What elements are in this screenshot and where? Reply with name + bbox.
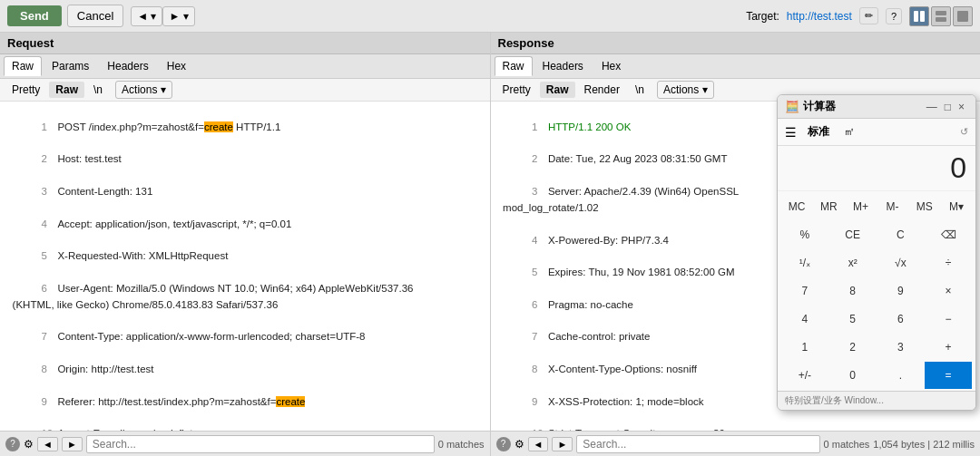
calc-dot-btn[interactable]: . (877, 362, 925, 389)
r-line-num-9: 9 (532, 394, 544, 411)
calc-square-btn[interactable]: x² (829, 249, 877, 277)
request-line-6: User-Agent: Mozilla/5.0 (Windows NT 10.0… (4, 283, 413, 310)
calc-close-btn[interactable]: × (955, 101, 968, 113)
calc-add-btn[interactable]: + (925, 334, 972, 361)
calc-plusminus-btn[interactable]: +/- (781, 362, 828, 389)
subtab-request-pretty[interactable]: Pretty (5, 82, 46, 98)
calc-menu-icon[interactable]: ☰ (785, 125, 797, 140)
subtab-response-pretty[interactable]: Pretty (496, 82, 537, 98)
view-single-icon[interactable] (953, 6, 973, 26)
request-settings-icon[interactable]: ⚙ (24, 438, 34, 451)
calc-scientific-tab[interactable]: ㎡ (840, 122, 858, 141)
calc-divide-btn[interactable]: ÷ (925, 249, 972, 277)
line-num-2: 2 (41, 151, 54, 168)
r-line-num-7: 7 (532, 329, 544, 345)
request-forward-btn[interactable]: ► (62, 437, 83, 451)
request-search-input[interactable] (86, 435, 435, 453)
svg-rect-2 (936, 11, 946, 15)
request-line-1: POST /index.php?m=zahost&f=create HTTP/1… (57, 121, 280, 132)
prev-button[interactable]: ◄ ▾ (131, 6, 162, 26)
help-button[interactable]: ? (886, 8, 902, 24)
calc-display: 0 (778, 146, 975, 191)
target-label: Target: (746, 10, 779, 23)
calc-sqrt-btn[interactable]: √x (877, 249, 925, 277)
tab-request-raw[interactable]: Raw (4, 56, 42, 76)
request-pane-header: Request (0, 33, 490, 54)
tab-request-headers[interactable]: Headers (99, 56, 156, 76)
response-tabs-row: Raw Headers Hex (491, 54, 981, 79)
calc-c-btn[interactable]: C (877, 221, 925, 248)
tab-response-hex[interactable]: Hex (593, 56, 629, 76)
next-button[interactable]: ► ▾ (162, 6, 194, 26)
calc-multiply-btn[interactable]: × (925, 277, 972, 305)
calc-icon: 🧮 (785, 100, 799, 113)
tab-response-raw[interactable]: Raw (495, 56, 533, 76)
calc-standard-tab[interactable]: 标准 (804, 122, 833, 141)
response-back-btn[interactable]: ◄ (528, 437, 549, 451)
calc-backspace-btn[interactable]: ⌫ (925, 221, 972, 248)
line-num-5: 5 (41, 248, 54, 265)
response-actions-dropdown[interactable]: Actions ▾ (657, 81, 714, 99)
calc-ce-btn[interactable]: CE (829, 221, 877, 248)
calc-maximize-btn[interactable]: □ (941, 101, 955, 113)
calc-reciprocal-btn[interactable]: ¹/ₓ (781, 249, 828, 277)
calc-ms-btn[interactable]: MS (909, 193, 940, 220)
calc-3-btn[interactable]: 3 (877, 334, 925, 361)
calc-mplus-btn[interactable]: M+ (845, 193, 876, 220)
calc-8-btn[interactable]: 8 (829, 277, 877, 305)
r-line-num-5: 5 (532, 265, 544, 281)
request-back-btn[interactable]: ◄ (37, 437, 58, 451)
calc-mminus-btn[interactable]: M- (877, 193, 908, 220)
subtab-response-raw[interactable]: Raw (540, 82, 575, 98)
calc-mr-btn[interactable]: MR (813, 193, 844, 220)
response-info-icon[interactable]: ? (496, 437, 511, 451)
calc-mc-btn[interactable]: MC (781, 193, 812, 220)
subtab-response-newline[interactable]: \n (629, 82, 651, 98)
response-settings-icon[interactable]: ⚙ (514, 438, 524, 451)
r-line-num-4: 4 (532, 233, 544, 249)
calc-0-btn[interactable]: 0 (829, 362, 877, 389)
calc-2-btn[interactable]: 2 (829, 334, 877, 361)
calc-minimize-btn[interactable]: — (923, 101, 941, 113)
calc-equals-btn[interactable]: = (925, 362, 972, 389)
r-line-num-1: 1 (532, 120, 544, 136)
calc-subtract-btn[interactable]: − (925, 306, 972, 333)
calc-title-bar: 🧮 计算器 — □ × (778, 95, 975, 119)
response-actions-label: Actions ▾ (663, 83, 708, 96)
view-split-icon[interactable] (909, 6, 929, 26)
response-line-4: X-Powered-By: PHP/7.3.4 (548, 235, 669, 246)
calc-1-btn[interactable]: 1 (781, 334, 828, 361)
response-search-input[interactable] (576, 435, 819, 453)
request-actions-dropdown[interactable]: Actions ▾ (115, 81, 172, 99)
response-line-9: X-XSS-Protection: 1; mode=block (548, 396, 704, 407)
send-button[interactable]: Send (7, 5, 62, 26)
calc-6-btn[interactable]: 6 (877, 306, 925, 333)
calc-7-btn[interactable]: 7 (781, 277, 828, 305)
subtab-request-newline[interactable]: \n (87, 82, 109, 98)
calc-mstore-btn[interactable]: M▾ (941, 193, 972, 220)
cancel-button[interactable]: Cancel (67, 5, 123, 27)
view-icons (909, 6, 973, 26)
svg-rect-0 (914, 11, 918, 22)
edit-target-button[interactable]: ✏ (859, 7, 878, 24)
subtab-request-raw[interactable]: Raw (49, 82, 84, 98)
tab-request-params[interactable]: Params (44, 56, 97, 76)
svg-rect-1 (920, 11, 925, 22)
line-num-1: 1 (41, 120, 54, 136)
response-line-8: X-Content-Type-Options: nosniff (548, 364, 697, 374)
calc-4-btn[interactable]: 4 (781, 306, 828, 333)
view-top-icon[interactable] (931, 6, 951, 26)
subtab-response-render[interactable]: Render (578, 82, 626, 98)
calc-5-btn[interactable]: 5 (829, 306, 877, 333)
request-info-icon[interactable]: ? (5, 437, 20, 451)
target-url[interactable]: http://test.test (787, 10, 852, 23)
tab-request-hex[interactable]: Hex (159, 56, 194, 76)
calc-history-btn[interactable]: ↺ (960, 126, 968, 138)
calc-9-btn[interactable]: 9 (877, 277, 925, 305)
tab-response-headers[interactable]: Headers (534, 56, 592, 76)
request-content[interactable]: 1POST /index.php?m=zahost&f=create HTTP/… (0, 102, 490, 431)
response-forward-btn[interactable]: ► (552, 437, 573, 451)
calc-percent-btn[interactable]: % (781, 221, 828, 248)
calc-footer: 特别设置/业务 Window... (778, 391, 975, 410)
response-line-7: Cache-control: private (548, 331, 651, 342)
